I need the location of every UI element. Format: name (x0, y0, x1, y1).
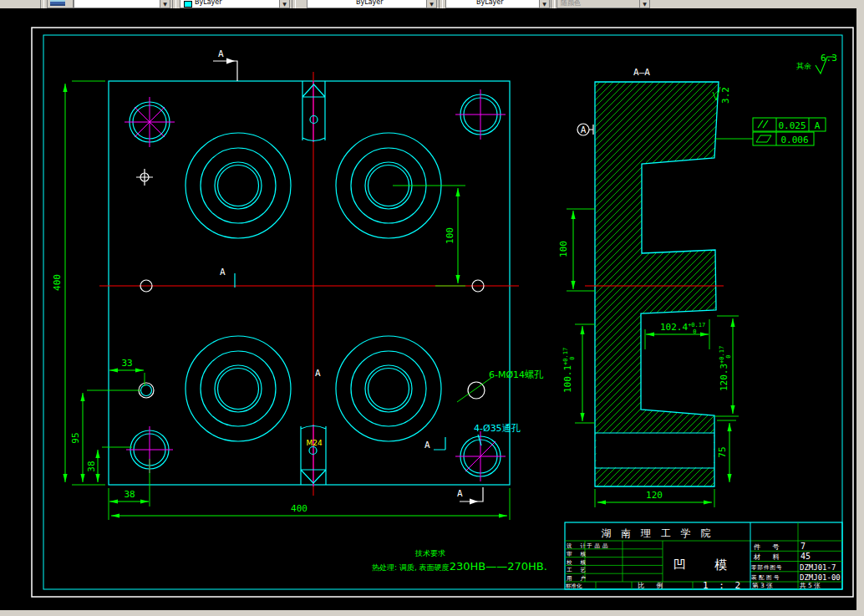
parallelism-value: 0.025 (778, 120, 806, 131)
row-label: 工 艺 (567, 567, 589, 573)
die-plate-outline[interactable] (109, 81, 510, 485)
hole-callouts: 6-MØ14螺孔 4-Ø35通孔 (474, 369, 544, 445)
plan-view[interactable]: M24 400 400 33 95 38 (52, 48, 544, 520)
surface-roughness-rest: 其余 6.3 (796, 53, 837, 74)
sheet-no: 第 3 张 (752, 582, 773, 589)
cad-window: ▼ ByLayer ▼ ByLayer ▼ ByLayer ▼ 随颜色 ▼ (0, 0, 864, 616)
scale-label: 比 例 (638, 582, 668, 589)
designer-name: 于晶晶 (587, 542, 611, 549)
dim-100-section: 100 (558, 241, 569, 257)
row-label: 校 核 (566, 559, 589, 566)
drawing-canvas[interactable]: M24 400 400 33 95 38 (0, 0, 864, 616)
section-cut-markers: A A A A A (213, 48, 483, 505)
view-direction-arrow-icon (470, 499, 478, 505)
callout-m14: 6-MØ14螺孔 (489, 369, 544, 380)
dim-38-vertical: 38 (86, 461, 97, 471)
dim-100-plan: 100 (445, 227, 455, 244)
sheet-total: 共 5 张 (800, 582, 821, 589)
plan-dimensions: 400 400 33 95 38 38 100 (52, 81, 510, 520)
std-label: 标准化 (565, 583, 582, 589)
datum-letter: A (581, 125, 587, 135)
rough-rest-label: 其余 (796, 62, 811, 70)
section-view[interactable]: A—A A 3.2 其余 6.3 (558, 53, 837, 507)
assembly-code: DZMJ01-00 (800, 573, 841, 582)
dim-38-horizontal: 38 (124, 489, 135, 500)
title-block: 湖 南 理 工 学 院 凹模 设 计 于晶晶 审 核 校 核 工 艺 用 户 件… (565, 522, 842, 591)
rough-rest-value: 6.3 (821, 53, 837, 64)
slot-thread-label: M24 (306, 439, 322, 447)
sheet-frame (32, 28, 853, 597)
part-no: 7 (800, 542, 806, 551)
cut-letter-bottom: A (457, 488, 463, 499)
datum-symbol: A (577, 124, 593, 135)
dim-400-left: 400 (52, 274, 63, 291)
dim-100-1: 100.1+0.170 (562, 348, 576, 393)
through-channel (597, 434, 714, 468)
flatness-value: 0.006 (780, 135, 808, 145)
cut-letter-mid1: A (220, 267, 226, 277)
technical-notes: 技术要求 热处理: 调质, 表面硬度230HB——270HB. (372, 549, 547, 573)
row-label: 用 户 (567, 575, 589, 582)
notes-title: 技术要求 (414, 549, 445, 557)
flatness-icon (756, 135, 771, 142)
part-code: DZMJ01-7 (800, 563, 836, 572)
cut-letter-mid3: A (424, 440, 430, 451)
dim-95: 95 (70, 432, 81, 443)
dim-400-bottom: 400 (291, 503, 307, 514)
dim-102-4: 102.4+0.170 (660, 322, 705, 335)
cut-letter-mid2: A (315, 368, 321, 379)
material-label: 材 料 (753, 553, 785, 561)
section-profile[interactable] (595, 82, 719, 486)
material: 45 (800, 552, 811, 561)
part-name: 凹模 (673, 557, 755, 573)
parallelism-datum: A (815, 120, 821, 131)
part-code-label: 零部件图号 (751, 564, 783, 571)
view-direction-arrow-icon (226, 59, 235, 64)
cut-letter-top: A (218, 48, 224, 59)
part-no-label: 件 号 (754, 543, 785, 551)
assembly-code-label: 装配图号 (751, 574, 781, 581)
centerlines (99, 72, 519, 496)
parallelism-icon (758, 120, 768, 128)
callout-d35: 4-Ø35通孔 (474, 423, 521, 434)
dim-120-3: 120.3+0.170 (719, 346, 732, 391)
notes-body: 热处理: 调质, 表面硬度230HB——270HB. (372, 560, 547, 573)
school-name: 湖 南 理 工 学 院 (601, 527, 714, 539)
dim-75: 75 (717, 446, 728, 457)
dim-33: 33 (121, 358, 132, 369)
section-label: A—A (633, 67, 650, 78)
roughness-side-value: 3.2 (720, 87, 731, 104)
row-label: 审 核 (567, 551, 589, 557)
scale-value: 1 : 2 (703, 580, 743, 591)
dim-120: 120 (646, 490, 663, 501)
feature-control-frames: 0.025 A 0.006 (714, 118, 826, 145)
